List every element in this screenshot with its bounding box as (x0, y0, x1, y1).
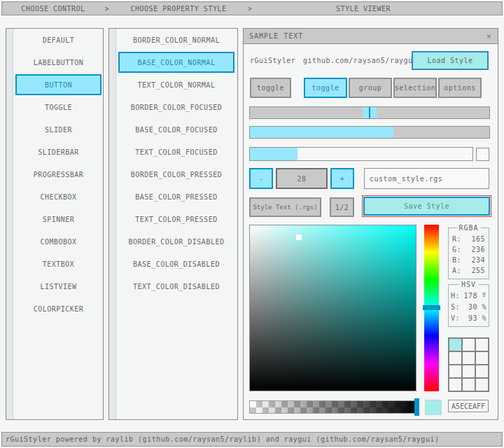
save-style-button[interactable]: Save Style (363, 197, 490, 216)
color-saturation-value-panel[interactable] (249, 225, 416, 391)
list-item-button-selected[interactable]: BUTTON (15, 74, 102, 95)
toggle-group-options[interactable]: options (438, 78, 482, 98)
close-icon[interactable]: × (486, 31, 492, 41)
rgba-title: RGBA (456, 224, 480, 232)
v-label: V: (451, 314, 460, 322)
s-value: 30 % (468, 303, 486, 311)
list-item-combobox[interactable]: COMBOBOX (15, 231, 102, 252)
slider-handle[interactable] (363, 107, 377, 118)
window-titlebar[interactable]: SAMPLE TEXT × (244, 29, 498, 44)
empty-color-swatch[interactable] (476, 379, 488, 391)
control-list: DEFAULT LABELBUTTON BUTTON TOGGLE SLIDER… (6, 28, 104, 420)
list-item-labelbutton[interactable]: LABELBUTTON (15, 52, 102, 73)
list-item-progressbar[interactable]: PROGRESSBAR (15, 164, 102, 185)
list-item-default[interactable]: DEFAULT (15, 29, 102, 50)
current-color-swatch (425, 400, 442, 415)
g-value: 236 (471, 246, 485, 253)
list-item-base-color-focused[interactable]: BASE_COLOR_FOCUSED (118, 119, 234, 140)
hsv-title: HSV (459, 281, 478, 288)
r-value: 165 (471, 235, 485, 243)
empty-color-swatch[interactable] (476, 339, 488, 351)
h-label: H: (451, 292, 460, 300)
list-item-base-color-pressed[interactable]: BASE_COLOR_PRESSED (118, 186, 234, 207)
list-item-border-color-pressed[interactable]: BORDER_COLOR_PRESSED (118, 164, 234, 185)
empty-color-swatch[interactable] (449, 365, 461, 377)
b-label: B: (452, 256, 461, 264)
list-item-text-color-normal[interactable]: TEXT_COLOR_NORMAL (118, 74, 234, 95)
a-label: A: (452, 267, 461, 274)
alpha-handle[interactable] (414, 398, 419, 416)
hue-handle[interactable] (423, 305, 440, 310)
property-list: BORDER_COLOR_NORMAL BASE_COLOR_NORMAL TE… (108, 28, 238, 420)
list-item-colorpicker[interactable]: COLORPICKER (15, 298, 102, 319)
a-value: 255 (471, 267, 485, 274)
list-item-textbox[interactable]: TEXTBOX (15, 253, 102, 274)
progressbar-fill (250, 148, 298, 160)
spinner-value[interactable]: 28 (276, 168, 328, 189)
sample-checkbox[interactable] (476, 148, 489, 161)
empty-color-swatch[interactable] (463, 339, 475, 351)
spinner-decrement-button[interactable]: - (249, 168, 273, 189)
empty-color-swatch[interactable] (476, 365, 488, 377)
style-text-button[interactable]: Style Text (.rgs) (249, 197, 321, 217)
sample-sliderbar[interactable] (249, 126, 490, 139)
list-item-text-color-disabled[interactable]: TEXT_COLOR_DISABLED (118, 276, 234, 297)
list-item-sliderbar[interactable]: SLIDERBAR (15, 141, 102, 162)
list-item-slider[interactable]: SLIDER (15, 119, 102, 140)
app-name-label: rGuiStyler (250, 51, 295, 70)
list-item-listview[interactable]: LISTVIEW (15, 276, 102, 297)
empty-color-swatch[interactable] (463, 352, 475, 364)
chevron-right-icon: > (104, 5, 110, 13)
chevron-right-icon: > (247, 5, 253, 13)
h-value: 178 º (463, 292, 486, 300)
list-item-spinner[interactable]: SPINNER (15, 209, 102, 230)
sample-slider[interactable] (249, 106, 490, 119)
hex-color-input[interactable]: A5ECEAFF (448, 400, 489, 412)
status-bar-text: rGuiStyler powered by raylib (github.com… (6, 435, 439, 443)
toggle-group-group[interactable]: group (349, 78, 392, 98)
sliderbar-fill (250, 127, 393, 138)
b-value: 234 (471, 256, 485, 264)
toggle-group-selection[interactable]: selection (393, 78, 437, 98)
color-cursor[interactable] (296, 234, 302, 240)
page-indicator-button[interactable]: 1/2 (330, 197, 354, 217)
style-filename-input[interactable]: custom_style.rgs (364, 168, 489, 189)
s-label: S: (451, 303, 460, 311)
list-item-checkbox[interactable]: CHECKBOX (15, 186, 102, 207)
crumb-style-viewer: STYLE VIEWER (253, 5, 474, 13)
list-item-border-color-focused[interactable]: BORDER_COLOR_FOCUSED (118, 97, 234, 118)
sample-text-window: SAMPLE TEXT × rGuiStyler github.com/rays… (243, 28, 498, 420)
list-item-text-color-focused[interactable]: TEXT_COLOR_FOCUSED (118, 141, 234, 162)
spinner-increment-button[interactable]: + (330, 168, 354, 189)
hsv-groupbox: HSV H:178 º S:30 % V:93 % (448, 284, 489, 327)
g-label: G: (452, 246, 461, 253)
control-list-scrollbar[interactable] (6, 29, 13, 419)
empty-color-swatch[interactable] (449, 379, 461, 391)
empty-color-swatch[interactable] (463, 365, 475, 377)
list-item-border-color-normal[interactable]: BORDER_COLOR_NORMAL (118, 29, 234, 50)
list-item-base-color-disabled[interactable]: BASE_COLOR_DISABLED (118, 253, 234, 274)
alpha-bar[interactable] (249, 400, 419, 414)
empty-color-swatch[interactable] (463, 379, 475, 391)
toggle-button[interactable]: toggle (250, 78, 291, 98)
empty-color-swatch[interactable] (449, 352, 461, 364)
list-item-toggle[interactable]: TOGGLE (15, 97, 102, 118)
saved-color-swatch[interactable] (449, 339, 461, 351)
toggle-group-toggle-active[interactable]: toggle (304, 78, 347, 98)
r-label: R: (452, 235, 461, 243)
rgba-groupbox: RGBA R:165 G:236 B:234 A:255 (448, 227, 489, 279)
property-list-scrollbar[interactable] (109, 29, 116, 419)
list-item-border-color-disabled[interactable]: BORDER_COLOR_DISABLED (118, 231, 234, 252)
window-title: SAMPLE TEXT (249, 32, 303, 40)
load-style-button[interactable]: Load Style (412, 51, 489, 70)
crumb-choose-property-style: CHOOSE PROPERTY STYLE (110, 5, 247, 13)
list-item-base-color-normal-selected[interactable]: BASE_COLOR_NORMAL (118, 52, 234, 73)
v-value: 93 % (468, 314, 486, 322)
status-bar: rGuiStyler powered by raylib (github.com… (1, 432, 503, 447)
list-item-text-color-pressed[interactable]: TEXT_COLOR_PRESSED (118, 209, 234, 230)
crumb-choose-control: CHOOSE CONTROL (2, 5, 104, 13)
save-style-highlight: Save Style (362, 195, 491, 217)
saved-colors-grid (448, 337, 489, 392)
empty-color-swatch[interactable] (476, 352, 488, 364)
rguistyler-window: CHOOSE CONTROL > CHOOSE PROPERTY STYLE >… (0, 0, 504, 448)
